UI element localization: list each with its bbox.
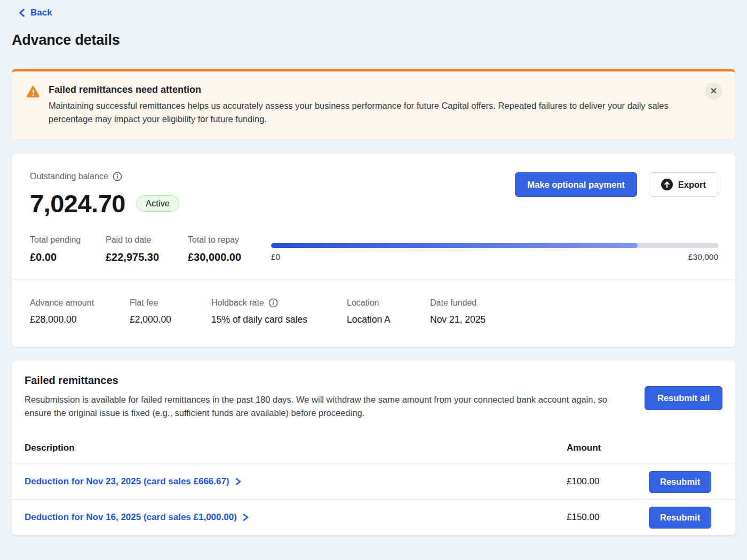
- status-badge: Active: [136, 195, 179, 212]
- outstanding-balance-amount: 7,024.70: [30, 189, 125, 218]
- detail-label: Location: [347, 298, 379, 308]
- export-button[interactable]: Export: [649, 172, 718, 197]
- column-header-description: Description: [25, 443, 567, 453]
- alert-text-block: Failed remittances need attention Mainta…: [49, 84, 687, 126]
- close-icon[interactable]: ✕: [705, 82, 722, 100]
- failed-remittances-header: Failed remittances Resubmission is avail…: [12, 361, 735, 433]
- failed-remittances-card: Failed remittances Resubmission is avail…: [12, 361, 735, 535]
- progress-start-label: £0: [271, 252, 280, 262]
- balance-block: Outstanding balance 7,024.70 Active: [30, 172, 179, 218]
- repayment-progress: £0 £30,000: [271, 235, 718, 263]
- stat-total-to-repay: Total to repay £30,000.00: [188, 235, 271, 263]
- advance-details-section: Advance amount £28,000.00 Flat fee £2,00…: [12, 280, 735, 347]
- detail-flat-fee: Flat fee £2,000.00: [130, 298, 211, 325]
- table-row: Deduction for Nov 23, 2025 (card sales £…: [12, 464, 735, 499]
- stat-value: £22,975.30: [106, 251, 188, 263]
- detail-value: £28,000.00: [30, 314, 130, 325]
- failed-remittances-description: Resubmission is available for failed rem…: [25, 393, 617, 420]
- upload-icon: [661, 179, 673, 190]
- detail-date-funded: Date funded Nov 21, 2025: [430, 298, 537, 325]
- column-header-amount: Amount: [567, 443, 649, 453]
- stat-paid-to-date: Paid to date £22,975.30: [106, 235, 188, 263]
- remittance-link[interactable]: Deduction for Nov 23, 2025 (card sales £…: [25, 476, 567, 487]
- detail-advance-amount: Advance amount £28,000.00: [30, 298, 130, 325]
- failed-remittances-alert: Failed remittances need attention Mainta…: [12, 69, 735, 140]
- remittance-link[interactable]: Deduction for Nov 16, 2025 (card sales £…: [25, 512, 567, 523]
- detail-value: £2,000.00: [130, 314, 211, 325]
- remittance-amount: £150.00: [567, 512, 649, 523]
- chevron-right-icon: [242, 514, 249, 521]
- balance-section: Outstanding balance 7,024.70 Active Make…: [12, 154, 735, 279]
- repayment-stats: Total pending £0.00 Paid to date £22,975…: [30, 235, 718, 263]
- back-label: Back: [30, 7, 52, 18]
- remittance-amount: £100.00: [567, 476, 649, 487]
- alert-title: Failed remittances need attention: [49, 84, 687, 95]
- back-row: Back: [12, 0, 735, 18]
- detail-value: Location A: [347, 314, 430, 325]
- detail-label: Holdback rate: [211, 298, 264, 308]
- stat-label: Paid to date: [106, 235, 188, 245]
- resubmit-button[interactable]: Resubmit: [649, 507, 711, 529]
- advance-summary-card: Outstanding balance 7,024.70 Active Make…: [12, 154, 735, 347]
- alert-body: Maintaining successful remittances helps…: [49, 99, 687, 126]
- info-icon[interactable]: [113, 172, 122, 181]
- failed-remittances-title: Failed remittances: [25, 374, 722, 387]
- remittance-description: Deduction for Nov 16, 2025 (card sales £…: [25, 512, 237, 523]
- progress-track: [271, 243, 718, 248]
- table-row: Deduction for Nov 16, 2025 (card sales £…: [12, 500, 735, 535]
- resubmit-button[interactable]: Resubmit: [649, 471, 711, 493]
- stat-total-pending: Total pending £0.00: [30, 235, 106, 263]
- stat-label: Total pending: [30, 235, 106, 245]
- remittance-description: Deduction for Nov 23, 2025 (card sales £…: [25, 476, 229, 487]
- detail-label: Advance amount: [30, 298, 94, 308]
- detail-holdback-rate: Holdback rate 15% of daily card sales: [211, 298, 347, 325]
- info-icon[interactable]: [268, 298, 278, 308]
- stat-label: Total to repay: [188, 235, 271, 245]
- export-label: Export: [678, 180, 706, 190]
- table-header-row: Description Amount: [12, 433, 735, 463]
- progress-fill: [271, 243, 638, 248]
- chevron-right-icon: [235, 478, 242, 485]
- detail-value: Nov 21, 2025: [430, 314, 537, 325]
- detail-label: Date funded: [430, 298, 476, 308]
- advance-details-page: Back Advance details Failed remittances …: [0, 0, 747, 535]
- stat-value: £0.00: [30, 251, 106, 263]
- warning-icon: [26, 85, 40, 98]
- card-actions: Make optional payment Export: [515, 172, 718, 197]
- detail-label: Flat fee: [130, 298, 158, 308]
- resubmit-all-button[interactable]: Resubmit all: [645, 386, 722, 410]
- make-optional-payment-button[interactable]: Make optional payment: [515, 172, 637, 197]
- progress-end-label: £30,000: [688, 252, 718, 262]
- outstanding-balance-label: Outstanding balance: [30, 172, 108, 181]
- stat-value: £30,000.00: [188, 251, 271, 263]
- divider: [12, 535, 735, 535]
- page-title: Advance details: [12, 32, 735, 49]
- detail-location: Location Location A: [347, 298, 430, 325]
- detail-value: 15% of daily card sales: [211, 314, 347, 325]
- chevron-left-icon: [18, 9, 26, 17]
- back-button[interactable]: Back: [18, 7, 52, 18]
